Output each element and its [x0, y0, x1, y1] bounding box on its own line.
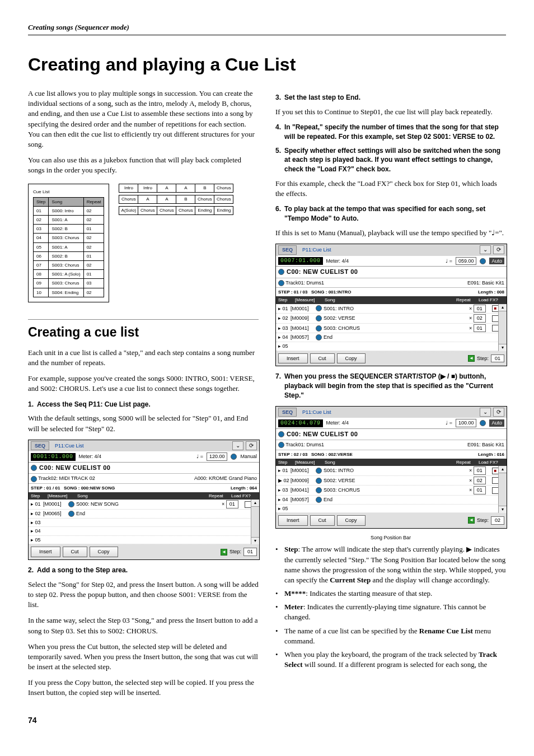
- step-row[interactable]: ▸ 03[M0041]S003: CHORUS× 01: [276, 324, 507, 334]
- step-row[interactable]: ▸ 04[M0057]End: [276, 496, 507, 505]
- current-step-field[interactable]: 01: [491, 354, 504, 363]
- popup-icon[interactable]: [316, 478, 322, 484]
- chevron-down-icon[interactable]: ⌄: [480, 408, 491, 417]
- bullet-measure: •M****: Indicates the starting measure o…: [275, 589, 506, 599]
- body-text: Each unit in a cue list is called a "ste…: [28, 348, 259, 368]
- screenshot-cuelist-playing: SEQ P11:Cue List ⌄ ⟳ 0024:04.079 Meter: …: [275, 406, 507, 529]
- position-counter: 0007:01.000: [278, 257, 323, 265]
- step-6: 6.To play back at the tempo that was spe…: [275, 204, 506, 223]
- step-1: 1.Access the Seq P11: Cue List page.: [28, 400, 259, 409]
- track-select[interactable]: Track01: Drums1: [285, 442, 324, 447]
- bullet-meter: •Meter: Indicates the currently-playing …: [275, 602, 506, 622]
- bullet-step: •Step: The arrow will indicate the step …: [275, 544, 506, 585]
- song-grid: IntroIntroAABChorusChorusAABChorusChorus…: [119, 184, 233, 215]
- step-row[interactable]: ▸ 02[M0065]End: [29, 510, 259, 519]
- tempo-mode: Auto: [489, 258, 504, 265]
- screen-title: P11:Cue List: [299, 246, 335, 254]
- seq-mode-button[interactable]: SEQ: [31, 441, 49, 451]
- step-row[interactable]: ▸ 04[M0057]End: [276, 333, 507, 342]
- cuelist-table: StepSongRepeat 01S000: Intro0202S001: A0…: [33, 197, 104, 297]
- scrollbar[interactable]: ▴▾: [498, 304, 507, 351]
- step-row[interactable]: ▸ 03: [29, 519, 259, 528]
- popup-icon[interactable]: [68, 501, 74, 507]
- current-step-field[interactable]: 02: [491, 516, 504, 525]
- popup-icon[interactable]: [31, 465, 37, 471]
- copy-button[interactable]: Copy: [337, 515, 366, 526]
- page-title: Creating and playing a Cue List: [28, 52, 506, 77]
- popup-icon[interactable]: [316, 334, 322, 340]
- copy-button[interactable]: Copy: [337, 353, 366, 364]
- step-row[interactable]: ▶ 02[M0009]S002: VERSE× 02: [276, 476, 507, 486]
- body-text: For this example, check the "Load FX?" c…: [275, 179, 506, 199]
- step-row[interactable]: ▸ 03[M0041]S003: CHORUS× 01: [276, 486, 507, 496]
- cut-button[interactable]: Cut: [310, 515, 335, 526]
- position-counter: 0024:04.079: [278, 419, 323, 427]
- intro-text: A cue list allows you to play multiple s…: [28, 88, 259, 150]
- scrollbar[interactable]: ▴▾: [251, 500, 259, 544]
- screenshot-cuelist-default: SEQ P11:Cue List ⌄ ⟳ 0001:01.000 Meter: …: [28, 440, 260, 560]
- cut-button[interactable]: Cut: [310, 353, 335, 364]
- insert-button[interactable]: Insert: [31, 547, 60, 557]
- step-row[interactable]: ▸ 05: [29, 536, 259, 545]
- popup-icon[interactable]: [68, 511, 74, 517]
- cuelist-name: C00: NEW CUELIST 00: [39, 464, 110, 472]
- seq-mode-button[interactable]: SEQ: [278, 408, 297, 417]
- tempo-field[interactable]: 059.00: [456, 257, 477, 265]
- position-counter: 0001:01.000: [31, 453, 76, 461]
- left-arrow-icon[interactable]: ◄: [221, 549, 227, 556]
- popup-icon[interactable]: [480, 420, 486, 426]
- step-4: 4.In "Repeat," specify the number of tim…: [275, 123, 506, 142]
- step-row[interactable]: ▸ 01[M0001]S001: INTRO× 01: [276, 304, 507, 314]
- tempo-field[interactable]: 100.00: [456, 419, 477, 427]
- body-text: With the default settings, song S000 wil…: [28, 413, 259, 433]
- step-row[interactable]: ▸ 05: [276, 505, 507, 514]
- popup-icon[interactable]: [316, 468, 322, 474]
- popup-icon[interactable]: [231, 454, 237, 460]
- popup-icon[interactable]: [316, 487, 322, 493]
- track-select[interactable]: Track01: Drums1: [285, 280, 324, 286]
- step-row[interactable]: ▸ 01[M0001]S001: INTRO× 01: [276, 466, 507, 476]
- step-list[interactable]: ▸ 01[M0001]S000: NEW SONG× 01▸ 02[M0065]…: [29, 500, 259, 544]
- popup-icon[interactable]: [316, 315, 322, 321]
- left-arrow-icon[interactable]: ◄: [468, 355, 475, 362]
- screen-title: P11:Cue List: [51, 442, 87, 450]
- popup-icon[interactable]: [316, 305, 322, 311]
- step-row[interactable]: ▸ 01[M0001]S000: NEW SONG× 01: [29, 500, 259, 510]
- cuelist-name: C00: NEW CUELIST 00: [287, 268, 358, 276]
- scrollbar[interactable]: ▴▾: [498, 466, 507, 513]
- menu-icon[interactable]: ⟳: [493, 408, 504, 417]
- popup-icon[interactable]: [480, 258, 486, 264]
- seq-mode-button[interactable]: SEQ: [278, 245, 297, 255]
- menu-icon[interactable]: ⟳: [493, 245, 504, 254]
- chevron-down-icon[interactable]: ⌄: [480, 245, 491, 254]
- popup-icon[interactable]: [31, 476, 37, 482]
- track-select[interactable]: Track02: MIDI TRACK 02: [38, 475, 95, 481]
- step-row[interactable]: ▸ 04: [29, 527, 259, 536]
- step-row[interactable]: ▸ 05: [276, 342, 507, 351]
- tempo-field[interactable]: 120.00: [207, 452, 228, 461]
- insert-button[interactable]: Insert: [278, 515, 308, 526]
- current-step-field[interactable]: 01: [243, 548, 257, 556]
- popup-icon[interactable]: [278, 431, 284, 437]
- popup-icon[interactable]: [316, 325, 322, 332]
- cut-button[interactable]: Cut: [63, 547, 87, 557]
- step-5: 5.Specify whether effect settings will a…: [275, 146, 506, 174]
- popup-icon[interactable]: [278, 269, 284, 275]
- cuelist-table-box: Cue List StepSongRepeat 01S000: Intro020…: [28, 184, 109, 302]
- section-heading: Creating a cue list: [28, 319, 259, 341]
- popup-icon[interactable]: [278, 280, 284, 286]
- chevron-down-icon[interactable]: ⌄: [232, 441, 243, 450]
- meter-label: Meter: 4/4: [326, 419, 349, 427]
- menu-icon[interactable]: ⟳: [246, 441, 257, 450]
- popup-icon[interactable]: [278, 442, 284, 448]
- insert-button[interactable]: Insert: [278, 353, 308, 364]
- step-list[interactable]: ▸ 01[M0001]S001: INTRO× 01▸ 02[M0009]S00…: [276, 304, 507, 351]
- cuelist-name: C00: NEW CUELIST 00: [287, 430, 358, 438]
- popup-icon[interactable]: [316, 497, 322, 503]
- step-list[interactable]: ▸ 01[M0001]S001: INTRO× 01▶ 02[M0009]S00…: [276, 466, 507, 513]
- step-row[interactable]: ▸ 02[M0009]S002: VERSE× 02: [276, 314, 507, 324]
- left-arrow-icon[interactable]: ◄: [468, 517, 475, 524]
- program-name: A000: KROME Grand Piano: [194, 475, 257, 482]
- copy-button[interactable]: Copy: [90, 547, 118, 557]
- body-text: Select the "Song" for Step 02, and press…: [28, 580, 259, 610]
